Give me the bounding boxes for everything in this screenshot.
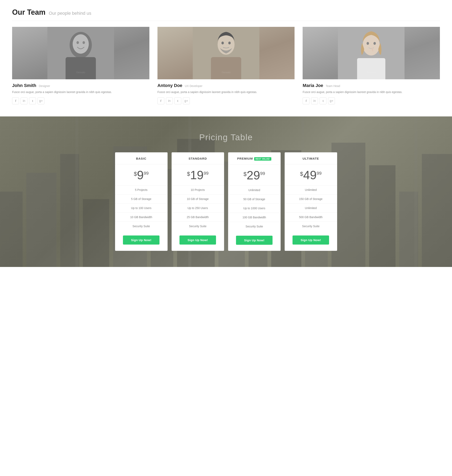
plan-feature: Security Suite xyxy=(228,222,281,231)
plan-feature: Security Suite xyxy=(172,222,224,231)
signup-button[interactable]: Sign Up Now! xyxy=(292,235,329,245)
pricing-card: BASIC $999 5 Projects5 GB of StorageUp t… xyxy=(115,152,167,251)
plan-price-area: $1999 xyxy=(172,164,224,185)
svg-rect-14 xyxy=(357,58,386,79)
pricing-section: Pricing Table BASIC $999 5 Projects5 GB … xyxy=(0,117,452,267)
price-dollar: $ xyxy=(134,171,137,177)
price-cents: 99 xyxy=(260,171,265,176)
twitter-icon[interactable]: 𝐭 xyxy=(29,98,36,104)
plan-header: STANDARD xyxy=(172,152,224,164)
member-role: UX Developer xyxy=(185,84,202,88)
plan-name: BASIC xyxy=(136,157,146,160)
member-name: Antony Doe xyxy=(158,83,182,88)
social-links: 𝐟in𝐭g+ xyxy=(158,98,295,104)
plan-features: 10 Projects10 GB of StorageUp to 250 Use… xyxy=(172,185,224,231)
plan-feature: Security Suite xyxy=(115,222,167,231)
price-cents: 99 xyxy=(317,171,321,176)
plan-feature: 25 GB Bandwidth xyxy=(172,213,224,222)
member-name-line: Antony Doe UX Developer xyxy=(158,83,295,88)
plan-feature: 100 GB Bandwidth xyxy=(228,213,281,222)
plan-feature: Unlimited xyxy=(285,204,337,213)
plan-feature: 5 Projects xyxy=(115,185,167,195)
team-subtitle: Our people behind us xyxy=(49,11,91,16)
pricing-grid: BASIC $999 5 Projects5 GB of StorageUp t… xyxy=(115,152,337,251)
plan-price-area: $999 xyxy=(115,164,167,185)
svg-point-10 xyxy=(221,42,224,44)
plan-header: BASIC xyxy=(115,152,167,164)
team-section: Our Team Our people behind us ©envato Jo… xyxy=(0,0,452,117)
plan-feature: 500 GB Bandwidth xyxy=(285,213,337,222)
plan-features: Unlimited50 GB of StorageUp to 1000 User… xyxy=(228,186,281,231)
price-dollar: $ xyxy=(187,171,190,177)
pricing-card: STANDARD $1999 10 Projects10 GB of Stora… xyxy=(172,152,224,251)
svg-rect-34 xyxy=(422,154,452,267)
social-links: 𝐟in𝐭g+ xyxy=(12,98,149,104)
googleplus-icon[interactable]: g+ xyxy=(38,98,44,104)
plan-feature: 10 GB Bandwidth xyxy=(115,213,167,222)
svg-point-4 xyxy=(77,41,79,44)
signup-button[interactable]: Sign Up Now! xyxy=(236,236,273,245)
svg-point-17 xyxy=(373,42,376,45)
googleplus-icon[interactable]: g+ xyxy=(183,98,190,104)
plan-feature: 10 Projects xyxy=(172,185,224,195)
member-bio: Fusce orci augue, porta a sapien digniss… xyxy=(303,90,440,94)
svg-rect-21 xyxy=(27,173,57,267)
member-name: John Smith xyxy=(12,83,36,88)
team-member: ©envato Antony Doe UX Developer Fusce or… xyxy=(158,27,295,104)
plan-features: Unlimited150 GB of StorageUnlimited500 G… xyxy=(285,185,337,231)
svg-text:©envato: ©envato xyxy=(221,71,231,74)
svg-text:©envato: ©envato xyxy=(76,71,85,74)
member-photo: ©envato xyxy=(12,27,149,79)
member-photo: ©envato xyxy=(303,27,440,79)
svg-point-5 xyxy=(83,41,85,44)
plan-feature: Unlimited xyxy=(285,185,337,195)
plan-name: ULTIMATE xyxy=(303,157,319,160)
team-grid: ©envato John Smith Designer Fusce orci a… xyxy=(12,27,440,104)
member-role: Designer xyxy=(39,84,50,88)
member-name-line: John Smith Designer xyxy=(12,83,149,88)
plan-feature: Up to 1000 Users xyxy=(228,204,281,213)
team-title: Our Team xyxy=(12,8,46,16)
social-links: 𝐟in𝐭g+ xyxy=(303,98,440,104)
price-cents: 99 xyxy=(144,171,149,176)
plan-name: PREMIUM xyxy=(237,157,253,160)
plan-feature: Unlimited xyxy=(228,186,281,195)
linkedin-icon[interactable]: in xyxy=(311,98,318,104)
plan-feature: 150 GB of Storage xyxy=(285,195,337,204)
team-member: ©envato John Smith Designer Fusce orci a… xyxy=(12,27,149,104)
price-dollar: $ xyxy=(300,171,303,177)
linkedin-icon[interactable]: in xyxy=(166,98,173,104)
plan-header: ULTIMATE xyxy=(285,152,337,164)
twitter-icon[interactable]: 𝐭 xyxy=(319,98,326,104)
svg-rect-32 xyxy=(369,165,396,267)
price-dollar: $ xyxy=(243,171,247,177)
plan-price: $4999 xyxy=(287,169,335,181)
facebook-icon[interactable]: 𝐟 xyxy=(303,98,309,104)
price-main: 49 xyxy=(303,168,317,182)
plan-header: PREMIUMBEST VALUE! xyxy=(228,152,281,164)
member-bio: Fusce orci augue, porta a sapien digniss… xyxy=(158,90,295,94)
svg-text:©envato: ©envato xyxy=(367,71,376,74)
facebook-icon[interactable]: 𝐟 xyxy=(12,98,19,104)
member-role: Team Head xyxy=(326,84,340,88)
plan-feature: Up to 250 Users xyxy=(172,204,224,213)
plan-feature: 5 GB of Storage xyxy=(115,195,167,204)
svg-point-11 xyxy=(228,42,231,44)
facebook-icon[interactable]: 𝐟 xyxy=(158,98,164,104)
member-bio: Fusce orci augue, porta a sapien digniss… xyxy=(12,90,149,94)
price-cents: 99 xyxy=(204,171,208,176)
plan-price: $2999 xyxy=(230,169,279,181)
pricing-card: ULTIMATE $4999 Unlimited150 GB of Storag… xyxy=(285,152,337,251)
plan-name: STANDARD xyxy=(189,157,207,160)
best-value-badge: BEST VALUE! xyxy=(254,157,271,161)
linkedin-icon[interactable]: in xyxy=(20,98,27,104)
plan-feature: Security Suite xyxy=(285,222,337,231)
googleplus-icon[interactable]: g+ xyxy=(328,98,335,104)
plan-features: 5 Projects5 GB of StorageUp to 100 Users… xyxy=(115,185,167,231)
pricing-card: PREMIUMBEST VALUE! $2999 Unlimited50 GB … xyxy=(228,152,281,251)
svg-rect-23 xyxy=(83,199,109,267)
signup-button[interactable]: Sign Up Now! xyxy=(123,235,160,245)
member-name-line: Maria Joe Team Head xyxy=(303,83,440,88)
twitter-icon[interactable]: 𝐭 xyxy=(174,98,181,104)
signup-button[interactable]: Sign Up Now! xyxy=(179,235,216,245)
